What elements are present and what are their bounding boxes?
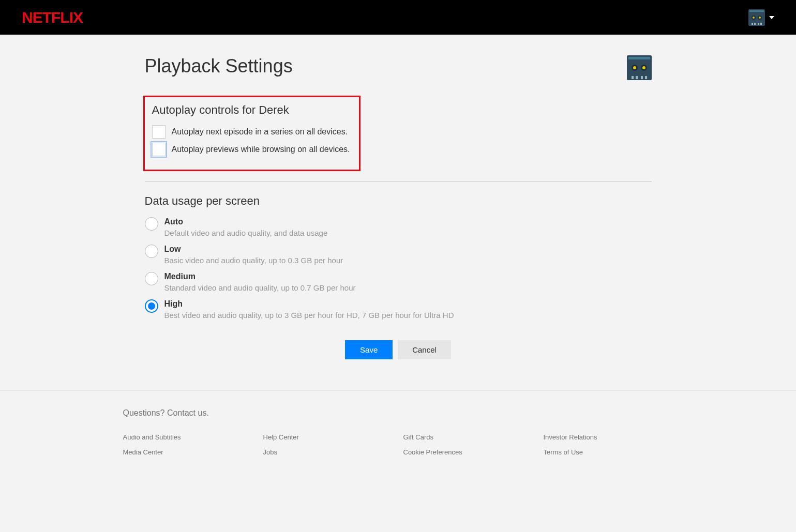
svg-rect-1: [749, 10, 764, 12]
svg-rect-7: [754, 23, 756, 25]
data-usage-option-auto: Auto Default video and audio quality, an…: [145, 217, 652, 237]
section-divider: [145, 181, 652, 182]
svg-rect-8: [758, 23, 759, 25]
svg-rect-11: [628, 57, 650, 59]
cancel-button[interactable]: Cancel: [398, 340, 451, 359]
data-usage-option-medium: Medium Standard video and audio quality,…: [145, 272, 652, 292]
save-button[interactable]: Save: [345, 340, 393, 359]
page-content: Playback Settings Autoplay controls for …: [145, 35, 652, 390]
profile-avatar-icon: [627, 55, 652, 80]
footer-link-audio-subtitles[interactable]: Audio and Subtitles: [123, 433, 253, 441]
footer-questions: Questions? Contact us.: [123, 408, 673, 418]
data-usage-radio-auto[interactable]: [145, 217, 158, 231]
footer-contact-link[interactable]: Contact us.: [167, 408, 209, 417]
svg-rect-19: [645, 76, 647, 79]
svg-rect-16: [632, 76, 634, 79]
data-usage-option-high: High Best video and audio quality, up to…: [145, 299, 652, 320]
profile-menu[interactable]: [748, 9, 774, 26]
svg-point-13: [633, 66, 636, 69]
button-row: Save Cancel: [145, 340, 652, 359]
data-usage-radio-medium[interactable]: [145, 272, 158, 285]
radio-desc: Basic video and audio quality, up to 0.3…: [164, 256, 343, 265]
footer-link-cookie-preferences[interactable]: Cookie Preferences: [403, 448, 533, 456]
radio-desc: Best video and audio quality, up to 3 GB…: [164, 311, 454, 320]
autoplay-next-episode-checkbox[interactable]: [152, 125, 166, 139]
chevron-down-icon: [769, 16, 774, 19]
footer-link-gift-cards[interactable]: Gift Cards: [403, 433, 533, 441]
footer-link-investor-relations[interactable]: Investor Relations: [544, 433, 673, 441]
autoplay-section-title: Autoplay controls for Derek: [152, 103, 352, 117]
data-usage-radio-high[interactable]: [145, 299, 158, 313]
page-header: Playback Settings: [145, 55, 652, 80]
radio-label: Medium: [164, 272, 356, 281]
netflix-logo[interactable]: NETFLIX: [22, 9, 83, 26]
topbar: NETFLIX: [0, 0, 796, 35]
footer: Questions? Contact us. Audio and Subtitl…: [0, 390, 796, 477]
svg-point-3: [753, 17, 755, 19]
autoplay-previews-row: Autoplay previews while browsing on all …: [152, 143, 352, 156]
radio-label: High: [164, 299, 454, 309]
autoplay-next-episode-label: Autoplay next episode in a series on all…: [172, 127, 348, 136]
radio-label: Low: [164, 245, 343, 254]
autoplay-previews-label: Autoplay previews while browsing on all …: [172, 145, 350, 154]
svg-rect-9: [760, 23, 762, 25]
footer-questions-text: Questions?: [123, 408, 167, 417]
footer-link-media-center[interactable]: Media Center: [123, 448, 253, 456]
data-usage-section-title: Data usage per screen: [145, 194, 652, 208]
svg-point-15: [642, 66, 645, 69]
autoplay-previews-checkbox[interactable]: [152, 143, 166, 156]
radio-desc: Standard video and audio quality, up to …: [164, 283, 356, 292]
svg-rect-18: [641, 76, 643, 79]
data-usage-radio-low[interactable]: [145, 245, 158, 258]
footer-link-help-center[interactable]: Help Center: [263, 433, 393, 441]
svg-rect-6: [752, 23, 753, 25]
data-usage-radio-group: Auto Default video and audio quality, an…: [145, 217, 652, 320]
footer-links: Audio and Subtitles Help Center Gift Car…: [123, 433, 673, 456]
svg-rect-17: [636, 76, 638, 79]
radio-label: Auto: [164, 217, 328, 226]
autoplay-section-highlight: Autoplay controls for Derek Autoplay nex…: [143, 96, 361, 171]
data-usage-option-low: Low Basic video and audio quality, up to…: [145, 245, 652, 265]
avatar-icon: [748, 9, 765, 26]
page-title: Playback Settings: [145, 55, 293, 77]
svg-point-5: [759, 17, 761, 19]
footer-link-terms-of-use[interactable]: Terms of Use: [544, 448, 673, 456]
autoplay-next-episode-row: Autoplay next episode in a series on all…: [152, 125, 352, 139]
footer-link-jobs[interactable]: Jobs: [263, 448, 393, 456]
radio-desc: Default video and audio quality, and dat…: [164, 229, 328, 237]
